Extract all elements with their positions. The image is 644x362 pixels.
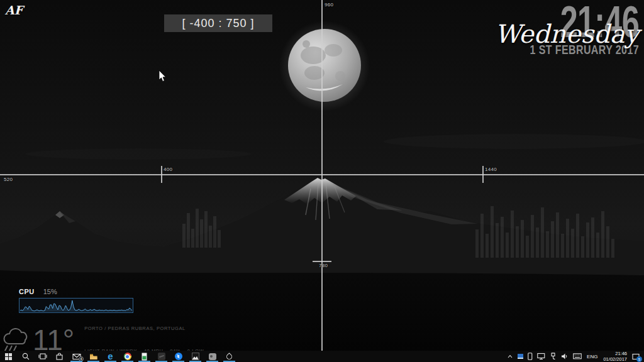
cpu-label: CPU — [19, 288, 35, 295]
taskbar-item-messenger[interactable] — [170, 351, 187, 362]
folder-icon — [89, 353, 97, 360]
dark-game-icon — [158, 353, 165, 360]
green-document-icon — [141, 353, 148, 361]
cpu-graph-line — [20, 300, 132, 311]
tray-phone[interactable] — [526, 351, 534, 362]
taskbar-item-photos[interactable] — [187, 351, 204, 362]
display-icon — [537, 353, 545, 360]
search-icon — [22, 353, 30, 360]
tray-volume[interactable] — [560, 351, 570, 362]
weather-location: PORTO / PEDRAS RUBRAS, PORTUGAL — [84, 326, 204, 331]
ruler-horizontal-line[interactable] — [0, 174, 644, 175]
droplet-icon — [225, 353, 233, 361]
taskbar-item-game[interactable] — [153, 351, 170, 362]
task-view-icon — [38, 353, 47, 360]
phone-icon — [528, 353, 533, 360]
edge-e-icon — [108, 351, 113, 362]
tray-time: 21:46 — [603, 351, 627, 356]
ruler-tick-center[interactable] — [313, 261, 331, 262]
taskbar: 4 — [0, 351, 644, 362]
mouse-cursor — [158, 70, 167, 83]
taskbar-item-search[interactable] — [17, 351, 34, 362]
tray-app[interactable] — [516, 351, 525, 362]
tray-date: 01/02/2017 — [603, 356, 627, 362]
chrome-icon — [124, 353, 131, 360]
ruler-label-960: 960 — [325, 2, 333, 8]
volume-icon — [561, 353, 569, 360]
touch-keyboard-icon — [573, 353, 582, 359]
messenger-icon — [175, 353, 182, 360]
taskbar-item-store[interactable] — [51, 351, 68, 362]
action-center-badge: 5 — [636, 356, 642, 362]
clock-widget: 21:46 Wednesday 1 ST FEBRUARY 2017 — [450, 3, 639, 56]
ruler-tick-right[interactable] — [482, 166, 484, 183]
tray-clock[interactable]: 21:46 01/02/2017 — [601, 351, 629, 362]
photos-mountain-icon — [192, 353, 199, 360]
tray-touch-keyboard[interactable] — [572, 351, 583, 362]
ruler-label-400: 400 — [164, 167, 172, 172]
mail-badge: 4 — [79, 356, 84, 361]
desktop: 960 520 400 1440 780 [ -400 : 750 ] AF 2… — [0, 0, 644, 362]
ruler-coordinates-tooltip: [ -400 : 750 ] — [164, 14, 272, 32]
taskbar-item-mail[interactable]: 4 — [68, 351, 85, 362]
windows-logo-icon — [5, 353, 12, 360]
clock-day: Wednesday — [450, 21, 639, 47]
system-tray: ENG 21:46 01/02/2017 5 — [506, 351, 644, 362]
taskbar-item-file-explorer[interactable] — [85, 351, 102, 362]
ruler-label-520: 520 — [4, 177, 13, 182]
rain-cloud-icon — [1, 326, 30, 354]
taskbar-item-rainmeter[interactable] — [221, 351, 238, 362]
power-plug-icon — [550, 353, 557, 360]
store-bag-icon — [55, 353, 64, 360]
tray-display[interactable] — [536, 351, 547, 362]
hidden-icons-chevron — [507, 353, 513, 359]
taskbar-item-start[interactable] — [0, 351, 17, 362]
cpu-usage-value: 15% — [43, 288, 57, 295]
af-logo: AF — [5, 3, 23, 17]
tray-language[interactable]: ENG — [585, 351, 599, 362]
tray-app-icon — [518, 354, 523, 359]
ruler-vertical-line[interactable] — [321, 0, 323, 362]
ruler-label-1440: 1440 — [485, 167, 497, 172]
cpu-graph — [19, 298, 133, 313]
weather-temperature: 11° — [33, 326, 74, 354]
taskbar-item-chrome[interactable] — [119, 351, 136, 362]
taskbar-item-edge[interactable] — [102, 351, 119, 362]
tray-power[interactable] — [548, 351, 558, 362]
ruler-label-780: 780 — [319, 263, 328, 268]
moon — [279, 21, 370, 111]
taskbar-item-task-view[interactable] — [34, 351, 51, 362]
taskbar-item-excel[interactable] — [136, 351, 153, 362]
ruler-tick-left[interactable] — [161, 166, 162, 183]
cpu-widget: CPU 15% — [19, 288, 133, 313]
tray-hidden-icons[interactable] — [506, 351, 514, 362]
gray-app-icon — [209, 353, 216, 360]
tray-action-center[interactable]: 5 — [631, 351, 641, 362]
taskbar-item-steam[interactable] — [204, 351, 221, 362]
